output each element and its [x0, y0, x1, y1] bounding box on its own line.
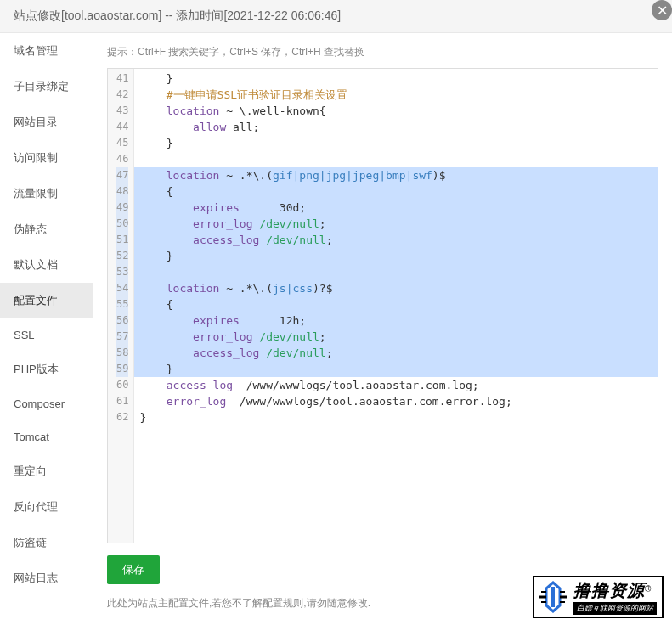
sidebar-item-10[interactable]: Composer [0, 387, 93, 420]
line-number: 61 [116, 393, 128, 409]
code-line[interactable]: access_log /www/wwwlogs/tool.aoaostar.co… [134, 377, 658, 393]
code-line[interactable]: expires 30d; [134, 200, 658, 216]
line-number: 55 [116, 296, 128, 312]
line-number: 50 [116, 216, 128, 232]
code-line[interactable]: { [134, 183, 658, 200]
sidebar-item-7[interactable]: 配置文件 [0, 283, 93, 318]
code-line[interactable]: access_log /dev/null; [134, 345, 658, 361]
line-number: 62 [116, 409, 128, 425]
code-line[interactable]: } [134, 135, 658, 151]
code-line[interactable]: error_log /dev/null; [134, 216, 658, 232]
svg-rect-0 [551, 587, 555, 607]
line-number: 58 [116, 345, 128, 361]
sidebar-item-11[interactable]: Tomcat [0, 420, 93, 453]
watermark-reg: ® [645, 584, 651, 594]
code-line[interactable]: { [134, 296, 658, 312]
line-number: 42 [116, 87, 128, 103]
line-number: 43 [116, 103, 128, 119]
line-number: 49 [116, 200, 128, 216]
code-line[interactable]: } [134, 409, 658, 425]
sidebar-item-5[interactable]: 伪静态 [0, 211, 93, 247]
watermark-main: 撸撸资源 [573, 581, 645, 600]
line-number: 54 [116, 280, 128, 296]
code-line[interactable]: } [134, 248, 658, 264]
editor-gutter: 4142434445464748495051525354555657585960… [108, 69, 134, 543]
modal-body: 域名管理子目录绑定网站目录访问限制流量限制伪静态默认文档配置文件SSLPHP版本… [0, 33, 672, 622]
line-number: 44 [116, 119, 128, 135]
sidebar-item-2[interactable]: 网站目录 [0, 104, 93, 140]
sidebar-item-13[interactable]: 反向代理 [0, 489, 93, 525]
line-number: 41 [116, 70, 128, 87]
code-line[interactable]: expires 12h; [134, 312, 658, 329]
close-icon[interactable]: ✕ [652, 0, 672, 20]
code-line[interactable] [134, 151, 658, 167]
code-line[interactable]: location ~ .*\.(js|css)?$ [134, 280, 658, 296]
line-number: 59 [116, 361, 128, 377]
line-number: 53 [116, 264, 128, 280]
hint-text: 提示：Ctrl+F 搜索关键字，Ctrl+S 保存，Ctrl+H 查找替换 [107, 45, 658, 59]
code-line[interactable] [134, 264, 658, 280]
sidebar-item-8[interactable]: SSL [0, 318, 93, 352]
watermark-logo-icon [536, 580, 570, 614]
code-line[interactable]: } [134, 361, 658, 377]
editor-code[interactable]: } #一键申请SSL证书验证目录相关设置 location ~ \.well-k… [134, 69, 658, 543]
line-number: 46 [116, 151, 128, 167]
code-line[interactable]: #一键申请SSL证书验证目录相关设置 [134, 87, 658, 103]
sidebar-item-15[interactable]: 网站日志 [0, 560, 93, 596]
watermark-sub: 白嫖互联网资源的网站 [573, 602, 657, 615]
line-number: 57 [116, 329, 128, 345]
code-line[interactable]: location ~ \.well-known{ [134, 103, 658, 119]
content-pane: 提示：Ctrl+F 搜索关键字，Ctrl+S 保存，Ctrl+H 查找替换 41… [93, 33, 672, 622]
sidebar-item-1[interactable]: 子目录绑定 [0, 69, 93, 104]
save-button[interactable]: 保存 [107, 555, 160, 584]
sidebar-item-0[interactable]: 域名管理 [0, 33, 93, 69]
code-line[interactable]: access_log /dev/null; [134, 232, 658, 248]
sidebar-item-9[interactable]: PHP版本 [0, 352, 93, 387]
sidebar-item-12[interactable]: 重定向 [0, 453, 93, 489]
site-edit-modal: ✕ 站点修改[tool.aoaostar.com] -- 添加时间[2021-1… [0, 0, 672, 625]
sidebar: 域名管理子目录绑定网站目录访问限制流量限制伪静态默认文档配置文件SSLPHP版本… [0, 33, 93, 622]
code-line[interactable]: } [134, 70, 658, 87]
line-number: 56 [116, 312, 128, 329]
sidebar-item-14[interactable]: 防盗链 [0, 525, 93, 560]
modal-title: 站点修改[tool.aoaostar.com] -- 添加时间[2021-12-… [0, 0, 672, 33]
code-line[interactable]: allow all; [134, 119, 658, 135]
sidebar-item-4[interactable]: 流量限制 [0, 176, 93, 211]
line-number: 52 [116, 248, 128, 264]
sidebar-item-3[interactable]: 访问限制 [0, 140, 93, 176]
watermark: 撸撸资源® 白嫖互联网资源的网站 [533, 576, 664, 618]
code-line[interactable]: error_log /dev/null; [134, 329, 658, 345]
line-number: 51 [116, 232, 128, 248]
line-number: 48 [116, 183, 128, 200]
code-line[interactable]: location ~ .*\.(gif|png|jpg|jpeg|bmp|swf… [134, 167, 658, 183]
code-editor[interactable]: 4142434445464748495051525354555657585960… [107, 68, 658, 543]
sidebar-item-6[interactable]: 默认文档 [0, 247, 93, 283]
line-number: 45 [116, 135, 128, 151]
line-number: 60 [116, 377, 128, 393]
line-number: 47 [116, 167, 128, 183]
code-line[interactable]: error_log /www/wwwlogs/tool.aoaostar.com… [134, 393, 658, 409]
